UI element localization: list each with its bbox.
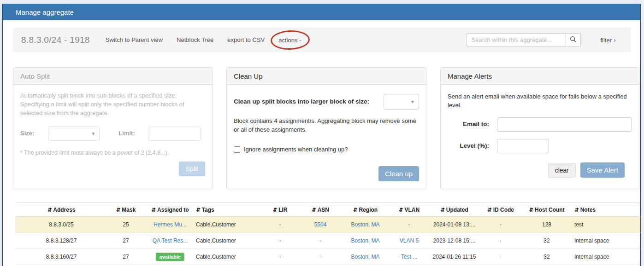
- clean-up-button[interactable]: Clean up: [378, 166, 419, 181]
- clean-size-select[interactable]: ▼: [384, 94, 419, 110]
- size-select: ▼: [48, 127, 100, 141]
- column-header-tags[interactable]: ⇵Tags: [196, 203, 258, 217]
- auto-split-header: Auto Split: [13, 68, 212, 85]
- table-cell: Cable,Customer: [196, 233, 258, 249]
- manage-alerts-header: Manage Alerts: [441, 68, 639, 85]
- sort-icon: ⇵: [574, 207, 579, 213]
- table-row[interactable]: 8.8.3.160/2727availableCable,Customer--B…: [15, 249, 640, 265]
- clean-up-title: Clean Up: [234, 72, 263, 80]
- table-cell: 2024-01-26 11:15: [426, 249, 482, 265]
- table-cell: 2024-01-08 13:...: [426, 217, 482, 233]
- clean-up-header: Clean Up: [227, 68, 426, 85]
- table-cell: Boston, MA: [339, 249, 392, 265]
- column-header-region[interactable]: ⇵Region: [339, 203, 392, 217]
- limit-footnote: * The provided limit must always be a po…: [20, 149, 205, 157]
- auto-split-title: Auto Split: [20, 72, 50, 80]
- table-cell: -: [258, 217, 302, 233]
- clean-up-panel: Clean Up Clean up split blocks into larg…: [226, 67, 426, 189]
- toolbar: 8.8.3.0/24 - 1918 Switch to Parent view …: [13, 28, 631, 52]
- sort-icon: ⇵: [529, 207, 533, 213]
- cell-link[interactable]: Test ...: [401, 254, 417, 260]
- table-row[interactable]: 8.8.3.128/2727QA Test Res...Cable,Custom…: [15, 233, 640, 249]
- column-header-host-count[interactable]: ⇵Host Count: [519, 203, 574, 217]
- search-button[interactable]: [566, 33, 581, 47]
- search-icon: [570, 36, 577, 44]
- cell-link[interactable]: Hermes Mu...: [154, 221, 187, 228]
- table-cell: Cable,Customer: [196, 217, 258, 233]
- table-cell: -: [258, 233, 302, 249]
- table-cell: 2023-12-08 15:...: [426, 233, 482, 249]
- column-header-asn[interactable]: ⇵ASN: [302, 203, 339, 217]
- ignore-assignments-label: Ignore assignments when cleaning up?: [244, 145, 348, 154]
- table-cell: test: [574, 217, 640, 233]
- table-cell: 32: [519, 233, 574, 249]
- export-csv-link[interactable]: export to CSV: [227, 36, 265, 43]
- switch-parent-view-link[interactable]: Switch to Parent view: [106, 36, 163, 43]
- column-header-mask[interactable]: ⇵Mask: [107, 203, 144, 217]
- table-cell: 27: [107, 233, 144, 249]
- clean-up-description: Block contains 4 assignment/s. Aggregati…: [234, 117, 419, 134]
- column-header-address[interactable]: ⇵Address: [15, 203, 107, 217]
- clean-size-label: Clean up split blocks into larger block …: [234, 97, 384, 106]
- netblock-tree-link[interactable]: Netblock Tree: [177, 36, 213, 43]
- search-input[interactable]: [467, 33, 566, 47]
- sort-icon: ⇵: [116, 207, 121, 213]
- chevron-down-icon: ▼: [410, 99, 415, 106]
- table-cell: 5504: [302, 217, 339, 233]
- table-cell: Hermes Mu...: [144, 217, 196, 233]
- limit-label: Limit:: [118, 129, 135, 138]
- table-cell: 32: [519, 249, 574, 265]
- table-cell: -: [392, 217, 426, 233]
- chevron-down-icon: ▼: [91, 131, 95, 138]
- table-cell: Test ...: [392, 249, 426, 265]
- search-group: [467, 33, 581, 47]
- column-header-notes[interactable]: ⇵Notes: [574, 203, 640, 217]
- table-cell: -: [302, 233, 339, 249]
- sort-icon: ⇵: [47, 207, 52, 213]
- sort-icon: ⇵: [196, 207, 201, 213]
- table-cell: Internal space: [574, 249, 640, 265]
- cell-link[interactable]: Boston, MA: [351, 237, 379, 244]
- cell-link[interactable]: 5504: [314, 221, 327, 228]
- level-input[interactable]: [497, 139, 549, 153]
- manage-alerts-title: Manage Alerts: [448, 72, 492, 80]
- table-cell: 25: [107, 217, 144, 233]
- cell-link[interactable]: QA Test Res...: [153, 237, 188, 244]
- table-cell: -: [482, 233, 519, 249]
- sort-icon: ⇵: [151, 207, 156, 213]
- table-cell: 8.8.3.128/27: [15, 233, 107, 249]
- column-header-id-code[interactable]: ⇵ID Code: [482, 203, 519, 217]
- table-row[interactable]: 8.8.3.0/2525Hermes Mu...Cable,Customer-5…: [15, 217, 640, 233]
- split-button: Split: [179, 162, 205, 176]
- sort-icon: ⇵: [487, 207, 492, 213]
- filter-link[interactable]: filter›: [600, 36, 616, 44]
- manage-aggregate-window: Manage aggregate 8.8.3.0/24 - 1918 Switc…: [2, 4, 641, 266]
- column-header-updated[interactable]: ⇵Updated: [426, 203, 482, 217]
- panels-row: Auto Split Automatically split block int…: [13, 67, 630, 189]
- status-badge[interactable]: available: [156, 253, 184, 261]
- table-cell: 8.8.3.0/25: [15, 217, 107, 233]
- cell-link[interactable]: VLAN 5: [400, 237, 419, 244]
- column-header-assigned-to[interactable]: ⇵Assigned to: [144, 203, 196, 217]
- table-cell: 27: [107, 249, 144, 265]
- sort-icon: ⇵: [312, 207, 316, 213]
- auto-split-description: Automatically split block into sub-block…: [20, 92, 205, 118]
- column-header-lir[interactable]: ⇵LIR: [258, 203, 302, 217]
- table-cell: 8.8.3.160/27: [15, 249, 107, 265]
- clear-button[interactable]: clear: [548, 163, 576, 178]
- actions-menu-link[interactable]: actions -: [278, 37, 301, 44]
- column-header-vlan[interactable]: ⇵VLAN: [392, 203, 426, 217]
- sort-icon: ⇵: [353, 207, 358, 213]
- email-to-input[interactable]: [497, 117, 632, 132]
- auto-split-panel: Auto Split Automatically split block int…: [13, 67, 213, 189]
- sort-icon: ⇵: [440, 207, 445, 213]
- ignore-assignments-checkbox[interactable]: [234, 146, 240, 153]
- table-cell: Boston, MA: [339, 233, 392, 249]
- netblocks-table: ⇵Address⇵Mask⇵Assigned to⇵Tags⇵LIR⇵ASN⇵R…: [15, 202, 640, 265]
- cell-link[interactable]: Boston, MA: [351, 221, 379, 228]
- cell-link[interactable]: Boston, MA: [351, 254, 379, 260]
- size-label: Size:: [20, 129, 34, 138]
- filter-label: filter: [600, 37, 612, 44]
- sort-icon: ⇵: [399, 207, 403, 213]
- save-alert-button[interactable]: Save Alert: [580, 162, 625, 178]
